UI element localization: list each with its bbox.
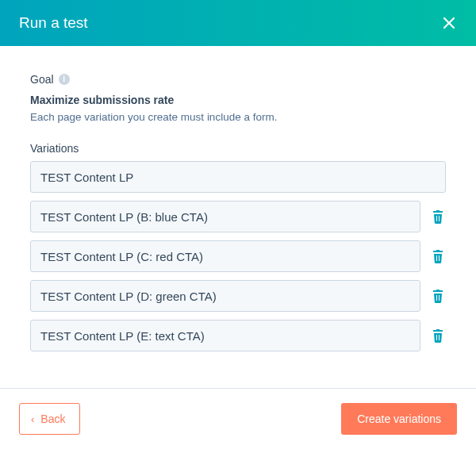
variation-name-input[interactable] <box>30 280 420 312</box>
variation-row <box>30 201 446 232</box>
variation-name-input[interactable] <box>30 320 420 351</box>
delete-variation-button[interactable] <box>430 209 446 224</box>
variation-name-input[interactable] <box>30 161 446 193</box>
create-variations-button[interactable]: Create variations <box>341 403 457 435</box>
modal-body: Goal i Maximize submissions rate Each pa… <box>0 46 476 375</box>
variation-row <box>30 280 446 312</box>
goal-label-row: Goal i <box>30 73 446 86</box>
back-button-label: Back <box>40 413 65 425</box>
delete-variation-button[interactable] <box>430 248 446 264</box>
goal-value: Maximize submissions rate <box>30 94 446 106</box>
variation-row <box>30 320 446 351</box>
variations-list <box>30 161 446 351</box>
close-button[interactable] <box>438 12 460 34</box>
variation-name-input[interactable] <box>30 201 420 232</box>
variation-row <box>30 161 446 193</box>
trash-icon <box>432 209 444 224</box>
modal-header: Run a test <box>0 0 476 46</box>
variation-row <box>30 240 446 272</box>
create-variations-label: Create variations <box>357 413 441 425</box>
goal-description: Each page variation you create must incl… <box>30 111 446 123</box>
chevron-left-icon: ‹ <box>31 414 34 424</box>
modal-footer: ‹ Back Create variations <box>0 388 476 449</box>
trash-icon <box>432 249 444 263</box>
modal-title: Run a test <box>19 14 88 32</box>
trash-icon <box>432 328 444 343</box>
delete-variation-button[interactable] <box>430 328 446 343</box>
delete-variation-button[interactable] <box>430 288 446 304</box>
close-icon <box>442 16 456 30</box>
info-icon[interactable]: i <box>59 74 70 85</box>
trash-icon <box>432 289 444 303</box>
goal-label: Goal <box>30 73 54 86</box>
variation-name-input[interactable] <box>30 240 420 272</box>
back-button[interactable]: ‹ Back <box>19 403 80 435</box>
variations-label: Variations <box>30 142 446 155</box>
